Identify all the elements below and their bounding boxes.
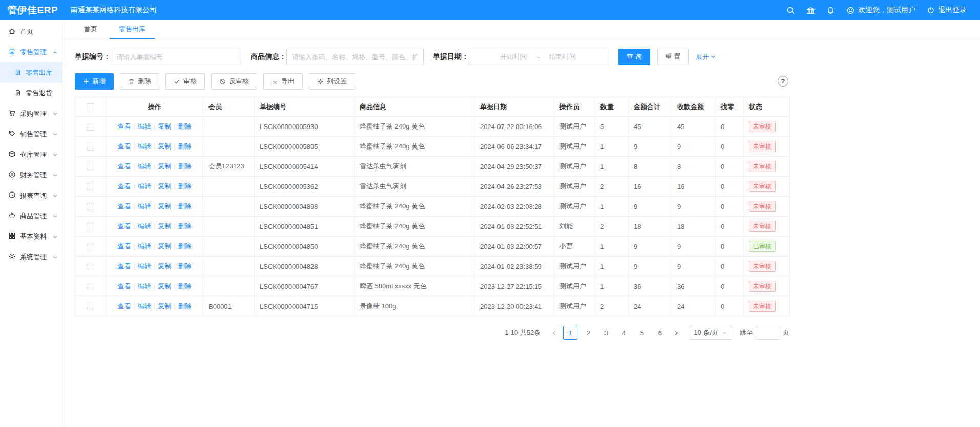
action-edit[interactable]: 编辑 — [138, 142, 151, 150]
page-button-2[interactable]: 2 — [581, 326, 595, 340]
action-copy[interactable]: 复制 — [158, 222, 171, 230]
sidebar-item-reports[interactable]: 报表查询 — [0, 185, 62, 206]
action-view[interactable]: 查看 — [117, 282, 131, 290]
audit-button[interactable]: 审核 — [165, 73, 205, 90]
date-range-picker[interactable]: 开始时间 ~ 结束时间 — [469, 49, 607, 65]
row-checkbox[interactable] — [87, 203, 94, 210]
row-checkbox[interactable] — [87, 183, 94, 190]
row-checkbox[interactable] — [87, 303, 94, 310]
row-change: 0 — [716, 217, 744, 237]
sidebar-item-purchase[interactable]: 采购管理 — [0, 103, 62, 124]
action-copy[interactable]: 复制 — [158, 242, 171, 250]
sidebar-item-retail-out[interactable]: 零售出库 — [0, 62, 62, 83]
welcome-user[interactable]: 欢迎您，测试用户 — [846, 6, 915, 15]
page-size-select[interactable]: 10 条/页 — [689, 326, 732, 340]
row-checkbox[interactable] — [87, 243, 94, 250]
action-edit[interactable]: 编辑 — [138, 122, 151, 130]
page-button-3[interactable]: 3 — [599, 326, 613, 340]
action-copy[interactable]: 复制 — [158, 122, 171, 130]
export-button[interactable]: 导出 — [263, 73, 303, 90]
jump-page-input[interactable] — [757, 326, 779, 340]
delete-button[interactable]: 删除 — [120, 73, 159, 90]
action-edit[interactable]: 编辑 — [138, 262, 151, 270]
sidebar-item-home[interactable]: 首页 — [0, 22, 62, 42]
action-delete[interactable]: 删除 — [178, 222, 192, 230]
bell-icon[interactable] — [826, 6, 835, 15]
action-view[interactable]: 查看 — [117, 122, 131, 130]
column-header-bill-no: 单据编号 — [255, 97, 355, 117]
row-bill-no: LSCK00000004828 — [255, 257, 355, 276]
action-edit[interactable]: 编辑 — [138, 182, 151, 190]
action-delete[interactable]: 删除 — [178, 302, 192, 310]
action-view[interactable]: 查看 — [117, 142, 131, 150]
sidebar-item-retail[interactable]: 零售管理 — [0, 42, 62, 62]
action-delete[interactable]: 删除 — [178, 142, 192, 150]
action-delete[interactable]: 删除 — [178, 202, 192, 210]
row-checkbox[interactable] — [87, 123, 94, 131]
action-copy[interactable]: 复制 — [158, 162, 171, 170]
action-edit[interactable]: 编辑 — [138, 282, 151, 290]
goods-info-input[interactable] — [286, 49, 424, 65]
chevron-down-icon — [722, 331, 727, 335]
page-button-4[interactable]: 4 — [617, 326, 631, 340]
row-checkbox[interactable] — [87, 163, 94, 170]
action-delete[interactable]: 删除 — [178, 282, 192, 290]
select-all-checkbox[interactable] — [87, 103, 94, 111]
action-edit[interactable]: 编辑 — [138, 162, 151, 170]
sidebar-item-sales[interactable]: 销售管理 — [0, 124, 62, 144]
action-delete[interactable]: 删除 — [178, 122, 192, 130]
action-edit[interactable]: 编辑 — [138, 302, 151, 310]
action-view[interactable]: 查看 — [117, 242, 131, 250]
page-button-5[interactable]: 5 — [635, 326, 649, 340]
reset-button[interactable]: 重 置 — [657, 49, 689, 65]
expand-link[interactable]: 展开 — [696, 52, 716, 61]
row-checkbox[interactable] — [87, 223, 94, 230]
prev-page-button[interactable] — [548, 326, 559, 340]
page-button-6[interactable]: 6 — [653, 326, 667, 340]
action-copy[interactable]: 复制 — [158, 302, 171, 310]
row-checkbox[interactable] — [87, 283, 94, 290]
unaudit-button[interactable]: 反审核 — [211, 73, 257, 90]
page-button-1[interactable]: 1 — [563, 326, 577, 340]
column-settings-button[interactable]: 列设置 — [309, 73, 355, 90]
add-button[interactable]: 新增 — [75, 73, 114, 90]
sidebar-item-goods[interactable]: 商品管理 — [0, 206, 62, 226]
action-view[interactable]: 查看 — [117, 302, 131, 310]
table-body: 查看|编辑|复制|删除LSCK00000005930蜂蜜柚子茶 240g 黄色2… — [75, 117, 790, 316]
sidebar-item-retail-return[interactable]: 零售退货 — [0, 83, 62, 103]
tab-retail-out[interactable]: 零售出库 — [110, 20, 155, 39]
row-checkbox[interactable] — [87, 263, 94, 270]
action-edit[interactable]: 编辑 — [138, 202, 151, 210]
search-icon[interactable] — [786, 6, 795, 15]
bill-no-input[interactable] — [111, 49, 241, 65]
action-delete[interactable]: 删除 — [178, 242, 192, 250]
action-copy[interactable]: 复制 — [158, 142, 171, 150]
action-delete[interactable]: 删除 — [178, 162, 192, 170]
search-button[interactable]: 查 询 — [618, 49, 650, 65]
sidebar-item-warehouse[interactable]: 仓库管理 — [0, 144, 62, 165]
action-view[interactable]: 查看 — [117, 262, 131, 270]
action-delete[interactable]: 删除 — [178, 182, 192, 190]
action-view[interactable]: 查看 — [117, 162, 131, 170]
action-copy[interactable]: 复制 — [158, 202, 171, 210]
sidebar-item-finance[interactable]: 财务管理 — [0, 165, 62, 185]
action-edit[interactable]: 编辑 — [138, 222, 151, 230]
sidebar-item-system[interactable]: 系统管理 — [0, 247, 62, 267]
help-icon[interactable]: ? — [778, 76, 788, 87]
action-edit[interactable]: 编辑 — [138, 242, 151, 250]
row-checkbox[interactable] — [87, 143, 94, 151]
logout-button[interactable]: 退出登录 — [927, 6, 967, 15]
action-copy[interactable]: 复制 — [158, 282, 171, 290]
next-page-button[interactable] — [671, 326, 682, 340]
action-view[interactable]: 查看 — [117, 202, 131, 210]
tab-home[interactable]: 首页 — [75, 20, 107, 39]
action-delete[interactable]: 删除 — [178, 262, 192, 270]
bank-icon[interactable] — [806, 6, 815, 15]
action-view[interactable]: 查看 — [117, 182, 131, 190]
action-separator: | — [174, 142, 175, 150]
action-copy[interactable]: 复制 — [158, 262, 171, 270]
sidebar-item-basic-data[interactable]: 基本资料 — [0, 226, 62, 247]
app-logo: 管伊佳ERP — [0, 4, 62, 17]
action-copy[interactable]: 复制 — [158, 182, 171, 190]
action-view[interactable]: 查看 — [117, 222, 131, 230]
